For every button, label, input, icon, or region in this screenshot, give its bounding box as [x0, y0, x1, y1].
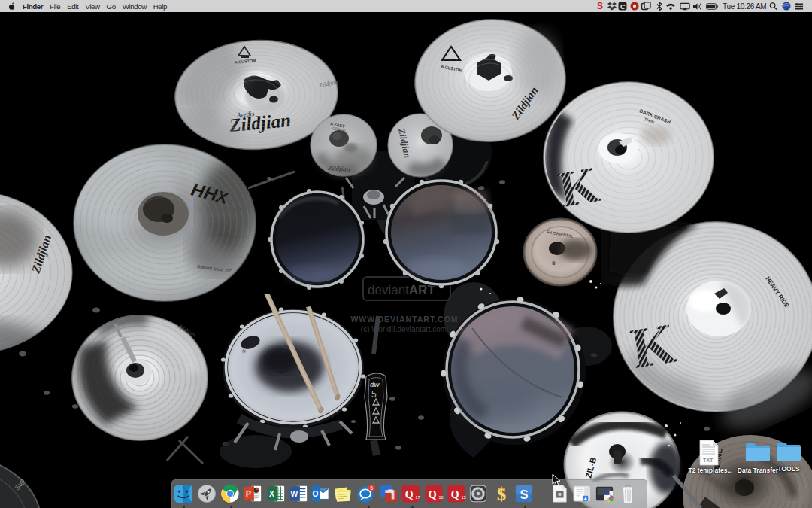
svg-text:W: W — [291, 490, 298, 498]
svg-text:16: 16 — [439, 495, 444, 500]
svg-text:$: $ — [497, 485, 506, 503]
svg-text:Q: Q — [429, 489, 437, 500]
svg-text:17: 17 — [416, 495, 420, 500]
svg-text:deviantART: deviantART — [368, 283, 435, 297]
svg-text:S: S — [520, 488, 528, 502]
svg-text:X: X — [269, 490, 274, 498]
svg-text:♛: ♛ — [551, 260, 556, 266]
svg-text:5: 5 — [371, 485, 374, 491]
svg-text:(c) WorldII.deviantart.com: (c) WorldII.deviantart.com — [361, 325, 447, 333]
svg-text:O: O — [313, 490, 319, 498]
svg-text:Q: Q — [405, 489, 414, 500]
svg-text:15: 15 — [462, 495, 466, 500]
svg-text:P: P — [246, 490, 251, 498]
svg-text:WWW.DEVIANTART.COM: WWW.DEVIANTART.COM — [350, 315, 458, 324]
svg-text:dw: dw — [370, 381, 380, 388]
svg-text:Q: Q — [451, 489, 459, 500]
svg-text:C: C — [620, 3, 626, 11]
svg-text:TXT: TXT — [703, 458, 714, 463]
